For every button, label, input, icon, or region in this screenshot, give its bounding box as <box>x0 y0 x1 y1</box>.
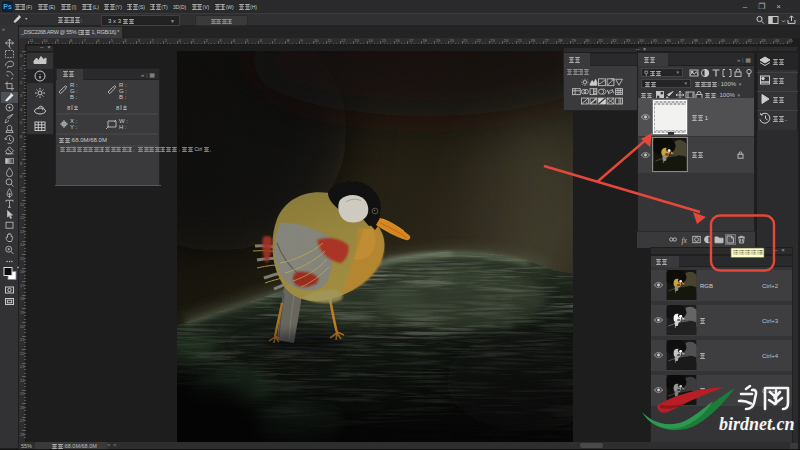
svg-text:Y :: Y : <box>70 124 78 130</box>
svg-text:B :: B : <box>119 94 127 100</box>
svg-text:fx: fx <box>682 236 688 245</box>
svg-text:H :: H : <box>119 124 127 130</box>
svg-text:8: 8 <box>67 105 71 111</box>
svg-text:B :: B : <box>70 94 78 100</box>
svg-text:8: 8 <box>116 105 120 111</box>
